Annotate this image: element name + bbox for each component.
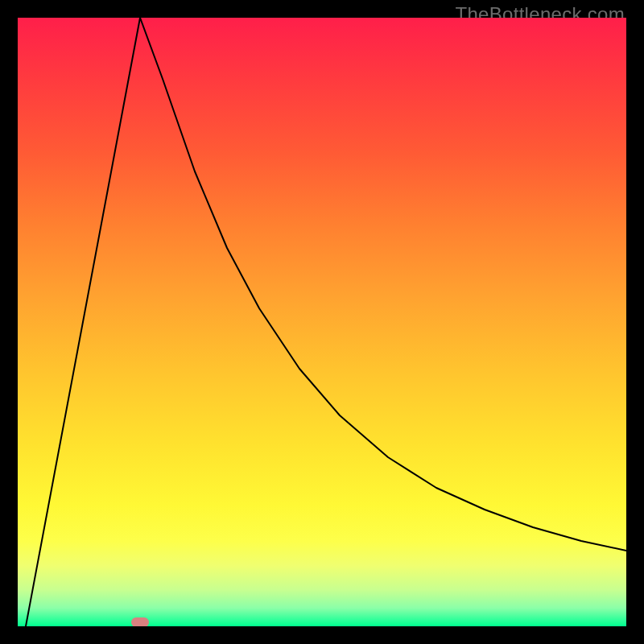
plot-area — [18, 18, 626, 626]
chart-frame: TheBottleneck.com — [0, 0, 644, 644]
bottleneck-curve — [18, 18, 626, 626]
minimum-marker — [131, 617, 149, 626]
